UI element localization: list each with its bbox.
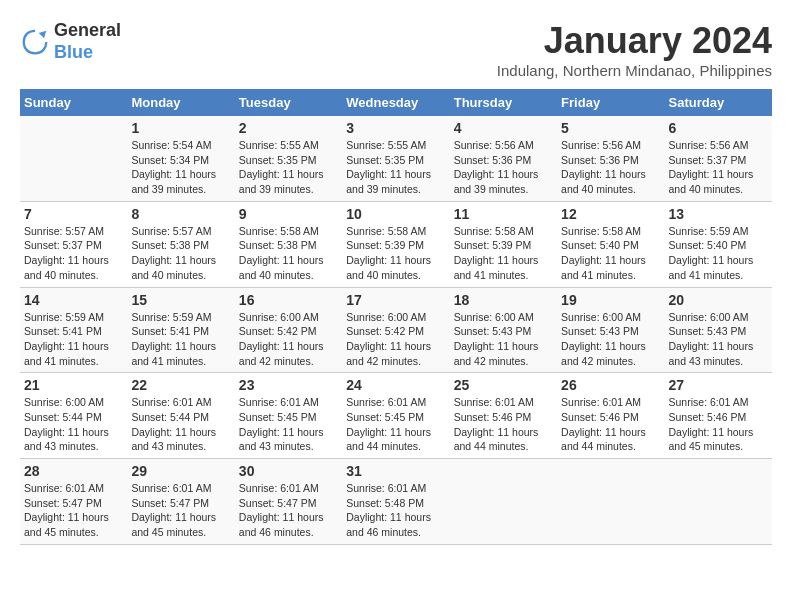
day-number: 9 bbox=[239, 206, 338, 222]
cell-info: Sunrise: 5:56 AMSunset: 5:36 PMDaylight:… bbox=[454, 139, 539, 195]
calendar-cell: 9 Sunrise: 5:58 AMSunset: 5:38 PMDayligh… bbox=[235, 201, 342, 287]
day-number: 23 bbox=[239, 377, 338, 393]
day-number: 8 bbox=[131, 206, 230, 222]
cell-info: Sunrise: 5:56 AMSunset: 5:36 PMDaylight:… bbox=[561, 139, 646, 195]
calendar-cell bbox=[665, 459, 772, 545]
calendar-cell: 28 Sunrise: 6:01 AMSunset: 5:47 PMDaylig… bbox=[20, 459, 127, 545]
day-number: 14 bbox=[24, 292, 123, 308]
calendar-week-row: 1 Sunrise: 5:54 AMSunset: 5:34 PMDayligh… bbox=[20, 116, 772, 201]
day-number: 4 bbox=[454, 120, 553, 136]
calendar-cell: 12 Sunrise: 5:58 AMSunset: 5:40 PMDaylig… bbox=[557, 201, 664, 287]
calendar-table: SundayMondayTuesdayWednesdayThursdayFrid… bbox=[20, 89, 772, 545]
day-number: 11 bbox=[454, 206, 553, 222]
cell-info: Sunrise: 5:56 AMSunset: 5:37 PMDaylight:… bbox=[669, 139, 754, 195]
calendar-cell: 23 Sunrise: 6:01 AMSunset: 5:45 PMDaylig… bbox=[235, 373, 342, 459]
calendar-cell bbox=[20, 116, 127, 201]
day-number: 25 bbox=[454, 377, 553, 393]
day-number: 24 bbox=[346, 377, 445, 393]
calendar-week-row: 7 Sunrise: 5:57 AMSunset: 5:37 PMDayligh… bbox=[20, 201, 772, 287]
header-row: SundayMondayTuesdayWednesdayThursdayFrid… bbox=[20, 89, 772, 116]
calendar-cell: 22 Sunrise: 6:01 AMSunset: 5:44 PMDaylig… bbox=[127, 373, 234, 459]
day-number: 29 bbox=[131, 463, 230, 479]
calendar-cell: 25 Sunrise: 6:01 AMSunset: 5:46 PMDaylig… bbox=[450, 373, 557, 459]
logo: General Blue bbox=[20, 20, 121, 63]
calendar-cell: 11 Sunrise: 5:58 AMSunset: 5:39 PMDaylig… bbox=[450, 201, 557, 287]
calendar-week-row: 28 Sunrise: 6:01 AMSunset: 5:47 PMDaylig… bbox=[20, 459, 772, 545]
subtitle: Indulang, Northern Mindanao, Philippines bbox=[497, 62, 772, 79]
calendar-week-row: 21 Sunrise: 6:00 AMSunset: 5:44 PMDaylig… bbox=[20, 373, 772, 459]
cell-info: Sunrise: 5:58 AMSunset: 5:38 PMDaylight:… bbox=[239, 225, 324, 281]
cell-info: Sunrise: 6:00 AMSunset: 5:42 PMDaylight:… bbox=[239, 311, 324, 367]
cell-info: Sunrise: 6:01 AMSunset: 5:46 PMDaylight:… bbox=[454, 396, 539, 452]
day-number: 12 bbox=[561, 206, 660, 222]
day-number: 21 bbox=[24, 377, 123, 393]
day-number: 20 bbox=[669, 292, 768, 308]
calendar-cell: 19 Sunrise: 6:00 AMSunset: 5:43 PMDaylig… bbox=[557, 287, 664, 373]
calendar-cell: 15 Sunrise: 5:59 AMSunset: 5:41 PMDaylig… bbox=[127, 287, 234, 373]
day-number: 2 bbox=[239, 120, 338, 136]
cell-info: Sunrise: 6:01 AMSunset: 5:47 PMDaylight:… bbox=[24, 482, 109, 538]
calendar-cell: 14 Sunrise: 5:59 AMSunset: 5:41 PMDaylig… bbox=[20, 287, 127, 373]
calendar-cell: 16 Sunrise: 6:00 AMSunset: 5:42 PMDaylig… bbox=[235, 287, 342, 373]
day-number: 31 bbox=[346, 463, 445, 479]
calendar-cell: 18 Sunrise: 6:00 AMSunset: 5:43 PMDaylig… bbox=[450, 287, 557, 373]
day-number: 15 bbox=[131, 292, 230, 308]
day-header: Wednesday bbox=[342, 89, 449, 116]
cell-info: Sunrise: 6:01 AMSunset: 5:46 PMDaylight:… bbox=[561, 396, 646, 452]
cell-info: Sunrise: 6:01 AMSunset: 5:46 PMDaylight:… bbox=[669, 396, 754, 452]
calendar-cell: 27 Sunrise: 6:01 AMSunset: 5:46 PMDaylig… bbox=[665, 373, 772, 459]
day-number: 19 bbox=[561, 292, 660, 308]
calendar-cell bbox=[557, 459, 664, 545]
cell-info: Sunrise: 6:00 AMSunset: 5:43 PMDaylight:… bbox=[561, 311, 646, 367]
day-header: Saturday bbox=[665, 89, 772, 116]
cell-info: Sunrise: 6:01 AMSunset: 5:45 PMDaylight:… bbox=[239, 396, 324, 452]
day-number: 18 bbox=[454, 292, 553, 308]
day-header: Sunday bbox=[20, 89, 127, 116]
calendar-cell: 10 Sunrise: 5:58 AMSunset: 5:39 PMDaylig… bbox=[342, 201, 449, 287]
cell-info: Sunrise: 6:00 AMSunset: 5:44 PMDaylight:… bbox=[24, 396, 109, 452]
cell-info: Sunrise: 6:01 AMSunset: 5:47 PMDaylight:… bbox=[131, 482, 216, 538]
day-number: 1 bbox=[131, 120, 230, 136]
main-title: January 2024 bbox=[497, 20, 772, 62]
calendar-cell: 30 Sunrise: 6:01 AMSunset: 5:47 PMDaylig… bbox=[235, 459, 342, 545]
day-number: 5 bbox=[561, 120, 660, 136]
calendar-cell: 6 Sunrise: 5:56 AMSunset: 5:37 PMDayligh… bbox=[665, 116, 772, 201]
cell-info: Sunrise: 5:58 AMSunset: 5:39 PMDaylight:… bbox=[454, 225, 539, 281]
cell-info: Sunrise: 5:55 AMSunset: 5:35 PMDaylight:… bbox=[346, 139, 431, 195]
day-header: Thursday bbox=[450, 89, 557, 116]
calendar-cell: 21 Sunrise: 6:00 AMSunset: 5:44 PMDaylig… bbox=[20, 373, 127, 459]
cell-info: Sunrise: 6:00 AMSunset: 5:42 PMDaylight:… bbox=[346, 311, 431, 367]
day-number: 10 bbox=[346, 206, 445, 222]
day-header: Tuesday bbox=[235, 89, 342, 116]
header: General Blue January 2024 Indulang, Nort… bbox=[20, 20, 772, 79]
cell-info: Sunrise: 5:59 AMSunset: 5:41 PMDaylight:… bbox=[131, 311, 216, 367]
calendar-cell: 20 Sunrise: 6:00 AMSunset: 5:43 PMDaylig… bbox=[665, 287, 772, 373]
calendar-cell: 1 Sunrise: 5:54 AMSunset: 5:34 PMDayligh… bbox=[127, 116, 234, 201]
day-number: 13 bbox=[669, 206, 768, 222]
day-number: 27 bbox=[669, 377, 768, 393]
logo-icon bbox=[20, 27, 50, 57]
day-header: Friday bbox=[557, 89, 664, 116]
day-number: 30 bbox=[239, 463, 338, 479]
cell-info: Sunrise: 5:57 AMSunset: 5:38 PMDaylight:… bbox=[131, 225, 216, 281]
calendar-cell: 17 Sunrise: 6:00 AMSunset: 5:42 PMDaylig… bbox=[342, 287, 449, 373]
cell-info: Sunrise: 6:01 AMSunset: 5:44 PMDaylight:… bbox=[131, 396, 216, 452]
calendar-cell: 4 Sunrise: 5:56 AMSunset: 5:36 PMDayligh… bbox=[450, 116, 557, 201]
calendar-cell: 2 Sunrise: 5:55 AMSunset: 5:35 PMDayligh… bbox=[235, 116, 342, 201]
day-number: 26 bbox=[561, 377, 660, 393]
calendar-cell: 7 Sunrise: 5:57 AMSunset: 5:37 PMDayligh… bbox=[20, 201, 127, 287]
logo-text: General Blue bbox=[54, 20, 121, 63]
day-number: 16 bbox=[239, 292, 338, 308]
day-header: Monday bbox=[127, 89, 234, 116]
day-number: 7 bbox=[24, 206, 123, 222]
calendar-cell: 29 Sunrise: 6:01 AMSunset: 5:47 PMDaylig… bbox=[127, 459, 234, 545]
day-number: 17 bbox=[346, 292, 445, 308]
calendar-cell: 26 Sunrise: 6:01 AMSunset: 5:46 PMDaylig… bbox=[557, 373, 664, 459]
cell-info: Sunrise: 5:58 AMSunset: 5:39 PMDaylight:… bbox=[346, 225, 431, 281]
cell-info: Sunrise: 5:54 AMSunset: 5:34 PMDaylight:… bbox=[131, 139, 216, 195]
cell-info: Sunrise: 5:55 AMSunset: 5:35 PMDaylight:… bbox=[239, 139, 324, 195]
cell-info: Sunrise: 6:01 AMSunset: 5:45 PMDaylight:… bbox=[346, 396, 431, 452]
calendar-cell: 24 Sunrise: 6:01 AMSunset: 5:45 PMDaylig… bbox=[342, 373, 449, 459]
cell-info: Sunrise: 6:01 AMSunset: 5:47 PMDaylight:… bbox=[239, 482, 324, 538]
cell-info: Sunrise: 5:57 AMSunset: 5:37 PMDaylight:… bbox=[24, 225, 109, 281]
